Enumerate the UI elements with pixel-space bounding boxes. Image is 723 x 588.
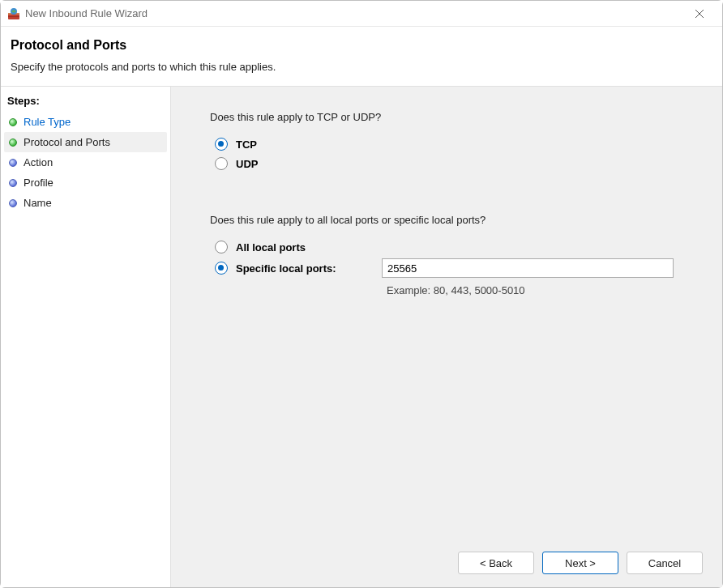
close-button[interactable] xyxy=(683,2,716,25)
radio-udp-row[interactable]: UDP xyxy=(210,157,690,170)
step-rule-type[interactable]: Rule Type xyxy=(4,112,167,132)
step-bullet-icon xyxy=(9,118,17,126)
step-label: Profile xyxy=(24,177,53,189)
wizard-footer: < Back Next > Cancel xyxy=(458,552,703,574)
step-label: Rule Type xyxy=(24,116,71,128)
svg-rect-2 xyxy=(8,16,19,17)
ports-example: Example: 80, 443, 5000-5010 xyxy=(387,284,690,296)
titlebar: New Inbound Rule Wizard xyxy=(1,1,722,27)
radio-udp-label: UDP xyxy=(236,158,258,170)
radio-all-ports[interactable] xyxy=(215,241,228,254)
next-button[interactable]: Next > xyxy=(542,552,618,574)
step-bullet-icon xyxy=(9,199,17,207)
wizard-window: New Inbound Rule Wizard Protocol and Por… xyxy=(0,0,723,588)
radio-all-ports-label: All local ports xyxy=(236,241,382,254)
protocol-question: Does this rule apply to TCP or UDP? xyxy=(210,111,690,123)
radio-specific-ports-label: Specific local ports: xyxy=(236,262,382,275)
step-bullet-icon xyxy=(9,138,17,147)
step-bullet-icon xyxy=(9,179,17,187)
step-name[interactable]: Name xyxy=(4,193,167,213)
radio-udp[interactable] xyxy=(215,157,228,170)
step-label: Protocol and Ports xyxy=(24,136,110,148)
back-button[interactable]: < Back xyxy=(458,552,534,574)
step-bullet-icon xyxy=(9,159,17,167)
step-action[interactable]: Action xyxy=(4,152,167,173)
specific-ports-input[interactable] xyxy=(382,258,674,278)
step-profile[interactable]: Profile xyxy=(4,173,167,193)
radio-all-ports-row[interactable]: All local ports xyxy=(210,241,690,254)
wizard-header: Protocol and Ports Specify the protocols… xyxy=(1,27,722,87)
page-subtitle: Specify the protocols and ports to which… xyxy=(11,61,712,73)
radio-tcp[interactable] xyxy=(215,138,228,151)
step-label: Action xyxy=(24,156,53,168)
wizard-body: Steps: Rule Type Protocol and Ports Acti… xyxy=(1,87,722,587)
cancel-button[interactable]: Cancel xyxy=(627,552,703,574)
page-title: Protocol and Ports xyxy=(11,38,712,53)
radio-tcp-label: TCP xyxy=(236,138,257,151)
step-protocol-and-ports[interactable]: Protocol and Ports xyxy=(4,132,167,152)
step-label: Name xyxy=(24,197,52,209)
steps-sidebar: Steps: Rule Type Protocol and Ports Acti… xyxy=(1,87,171,587)
wizard-content: Does this rule apply to TCP or UDP? TCP … xyxy=(171,87,722,587)
window-title: New Inbound Rule Wizard xyxy=(25,7,683,19)
radio-specific-ports[interactable] xyxy=(215,262,228,275)
radio-specific-ports-row[interactable]: Specific local ports: xyxy=(210,258,690,278)
radio-tcp-row[interactable]: TCP xyxy=(210,138,690,151)
ports-question: Does this rule apply to all local ports … xyxy=(210,214,690,226)
steps-heading: Steps: xyxy=(4,92,167,112)
firewall-icon xyxy=(7,7,20,20)
